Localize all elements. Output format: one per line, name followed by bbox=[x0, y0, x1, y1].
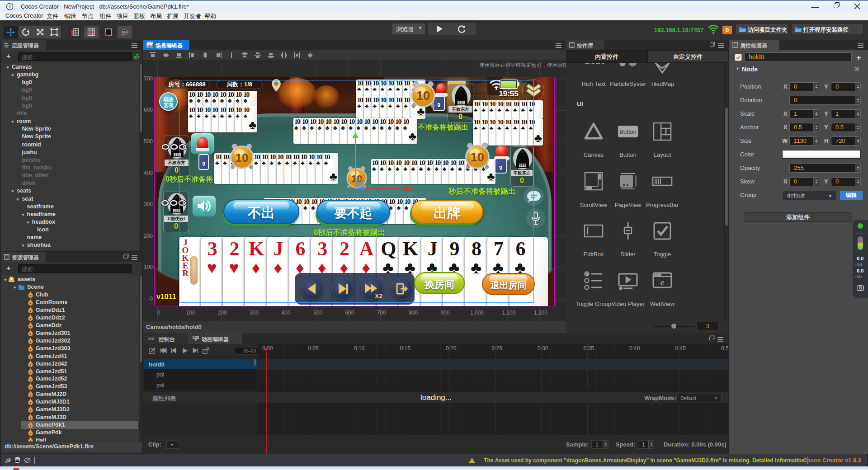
svg-text:Button: Button bbox=[619, 128, 637, 135]
svg-text:e: e bbox=[660, 277, 665, 287]
